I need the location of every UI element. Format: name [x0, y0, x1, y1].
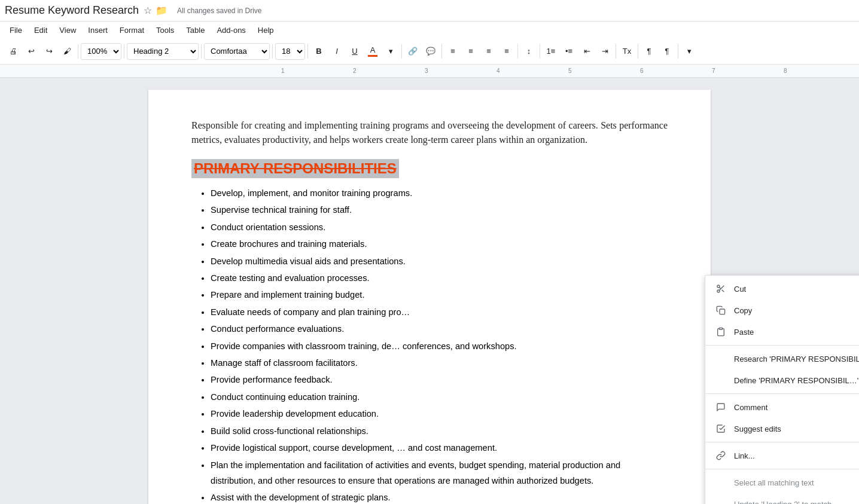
divider-12 [678, 44, 678, 59]
update-style-icon [715, 498, 727, 504]
list-item: Plan the implementation and facilitation… [211, 457, 668, 489]
ctx-research-label: Research 'PRIMARY RESPONSIBIL…' [734, 355, 859, 364]
ctx-suggest-label: Suggest edits [734, 424, 781, 433]
fontsize-select[interactable]: 18 [275, 43, 305, 60]
print-button[interactable]: 🖨 [5, 42, 22, 61]
ctx-paste[interactable]: Paste Ctrl+V [705, 321, 859, 343]
folder-icon[interactable]: 📁 [156, 5, 167, 16]
divider-2 [124, 44, 124, 59]
redo-button[interactable]: ↪ [41, 42, 57, 61]
svg-line-3 [722, 290, 724, 292]
ctx-suggest[interactable]: Suggest edits [705, 418, 859, 439]
research-icon [715, 353, 727, 365]
svg-point-0 [717, 285, 720, 288]
ctx-sep-1 [705, 345, 859, 346]
menu-file[interactable]: File [5, 24, 27, 36]
save-status: All changes saved in Drive [177, 7, 261, 15]
divider-6 [401, 44, 402, 59]
paint-format-button[interactable]: 🖌 [59, 42, 75, 61]
indent-increase-button[interactable]: ⇥ [596, 42, 613, 61]
ctx-research[interactable]: Research 'PRIMARY RESPONSIBIL…' Ctrl+Alt… [705, 348, 859, 369]
list-item: Assist with the development of strategic… [211, 490, 668, 504]
title-bar: Resume Keyword Research ☆ 📁 All changes … [0, 0, 859, 22]
list-item: Evaluate needs of company and plan train… [211, 304, 668, 320]
heading-container: PRIMARY RESPONSIBILITIES [191, 159, 668, 178]
italic-button[interactable]: I [328, 42, 345, 61]
zoom-select[interactable]: 100% [81, 43, 121, 60]
more-button[interactable]: ▾ [681, 42, 697, 61]
suggest-icon [715, 423, 727, 435]
comment-button[interactable]: 💬 [422, 42, 439, 61]
menu-format[interactable]: Format [115, 24, 149, 36]
svg-rect-5 [720, 309, 725, 314]
list-item: Supervise technical training for staff. [211, 202, 668, 218]
menu-tools[interactable]: Tools [151, 24, 179, 36]
ctx-select-all-label: Select all matching text [734, 478, 814, 487]
bullet-list-button[interactable]: •≡ [561, 42, 577, 61]
list-item: Conduct orientation sessions. [211, 219, 668, 235]
list-item: Create brochures and training materials. [211, 236, 668, 252]
clear-format-button[interactable]: Tx [619, 42, 635, 61]
ctx-paste-label: Paste [734, 328, 754, 337]
svg-line-4 [719, 287, 721, 289]
font-color-button[interactable]: A [364, 42, 381, 61]
primary-responsibilities-heading[interactable]: PRIMARY RESPONSIBILITIES [191, 159, 399, 178]
font-color-bar [368, 55, 377, 57]
divider-9 [540, 44, 540, 59]
menu-help[interactable]: Help [253, 24, 279, 36]
divider-5 [307, 44, 308, 59]
ctx-cut[interactable]: Cut Ctrl+X [705, 278, 859, 300]
responsibilities-list: Develop, implement, and monitor training… [191, 185, 668, 504]
divider-10 [616, 44, 616, 59]
font-select[interactable]: Comfortaa [204, 43, 270, 60]
menu-view[interactable]: View [54, 24, 81, 36]
ctx-sep-4 [705, 469, 859, 469]
menu-addons[interactable]: Add-ons [212, 24, 250, 36]
right-to-left-button[interactable]: ¶ [659, 42, 675, 61]
line-spacing-button[interactable]: ↕ [520, 42, 537, 61]
ctx-comment[interactable]: Comment Ctrl+Alt+M [705, 396, 859, 418]
list-item: Provide logistical support, course devel… [211, 440, 668, 456]
menu-table[interactable]: Table [181, 24, 209, 36]
underline-button[interactable]: U [346, 42, 363, 61]
define-icon [715, 374, 727, 386]
align-left-button[interactable]: ≡ [444, 42, 461, 61]
indent-decrease-button[interactable]: ⇤ [578, 42, 595, 61]
align-justify-button[interactable]: ≡ [498, 42, 515, 61]
document-page: Responsible for creating and implementin… [148, 90, 711, 504]
ruler-marks: 1 2 3 4 5 6 7 8 [281, 65, 859, 77]
divider-1 [78, 44, 78, 59]
divider-11 [638, 44, 638, 59]
font-color-dropdown[interactable]: ▾ [382, 42, 399, 61]
link-button[interactable]: 🔗 [404, 42, 421, 61]
ctx-define-label: Define 'PRIMARY RESPONSIBIL…' [734, 376, 858, 385]
align-center-button[interactable]: ≡ [462, 42, 479, 61]
menu-bar: File Edit View Insert Format Tools Table… [0, 22, 859, 38]
divider-8 [517, 44, 518, 59]
align-right-button[interactable]: ≡ [480, 42, 497, 61]
copy-icon [715, 304, 727, 316]
ruler: 1 2 3 4 5 6 7 8 [0, 65, 859, 78]
ctx-link[interactable]: Link... Ctrl+K [705, 445, 859, 466]
undo-button[interactable]: ↩ [23, 42, 39, 61]
font-color-letter: A [370, 45, 376, 54]
menu-edit[interactable]: Edit [29, 24, 52, 36]
style-select[interactable]: Heading 2 [127, 43, 199, 60]
bold-button[interactable]: B [310, 42, 327, 61]
numbered-list-button[interactable]: 1≡ [543, 42, 559, 61]
ctx-select-all[interactable]: Select all matching text [705, 472, 859, 493]
ctx-link-label: Link... [734, 451, 755, 460]
divider-4 [272, 44, 273, 59]
ctx-copy[interactable]: Copy Ctrl+C [705, 300, 859, 321]
paragraph-indent-button[interactable]: ¶ [641, 42, 657, 61]
list-item: Provide leadership development education… [211, 406, 668, 421]
intro-paragraph[interactable]: Responsible for creating and implementin… [191, 118, 668, 147]
menu-insert[interactable]: Insert [83, 24, 112, 36]
divider-3 [201, 44, 202, 59]
ctx-sep-2 [705, 393, 859, 394]
star-icon[interactable]: ☆ [144, 5, 152, 16]
ctx-define[interactable]: Define 'PRIMARY RESPONSIBIL…' Ctrl+Shift… [705, 369, 859, 391]
list-item: Provide performance feedback. [211, 372, 668, 387]
list-item: Build solid cross-functional relationshi… [211, 423, 668, 439]
ctx-update-style[interactable]: Update 'Heading 2' to match [705, 493, 859, 504]
